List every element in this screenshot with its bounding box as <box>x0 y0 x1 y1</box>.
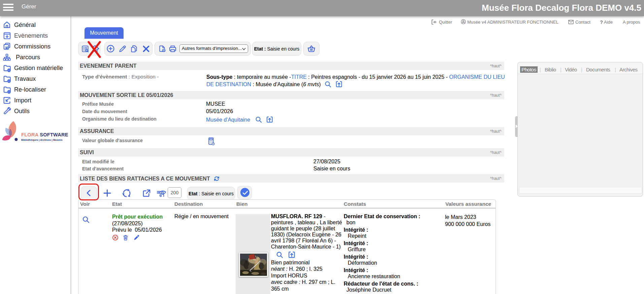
svg-text:Bibliothèques | Archives | Mus: Bibliothèques | Archives | Musées <box>21 138 63 141</box>
svg-text:FLORA SOFTWARE: FLORA SOFTWARE <box>21 132 68 137</box>
